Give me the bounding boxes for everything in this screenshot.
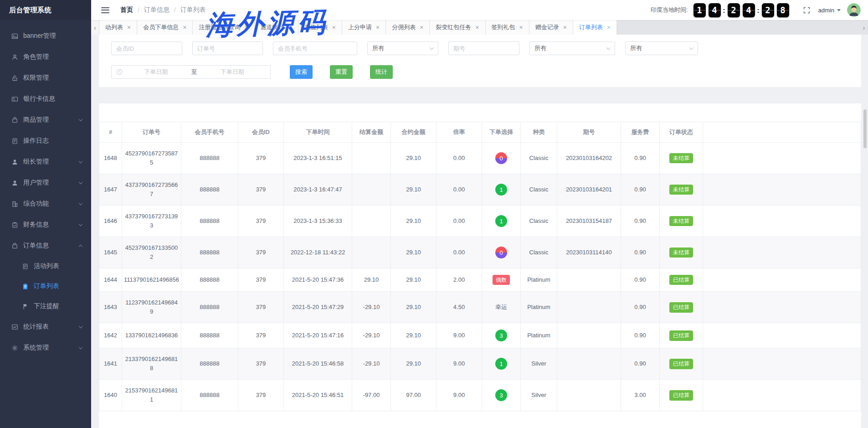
cell-fee: 0.90 [621,268,660,292]
tab-充值列表[interactable]: 充值列表× [298,20,342,35]
close-icon[interactable]: × [519,24,523,31]
tab-裂变红包任务[interactable]: 裂变红包任务× [430,20,485,35]
tab-scroll-left-icon[interactable]: ‹ [91,20,99,35]
tab-动列表[interactable]: 动列表× [99,20,137,35]
cell-filler [703,237,861,268]
tab-上分申请[interactable]: 上分申请× [342,20,386,35]
close-icon[interactable]: × [244,24,248,31]
filter-select-2[interactable]: 所有 [529,41,615,55]
scrollbar-thumb[interactable] [863,109,867,148]
sidebar-item-leaders[interactable]: 组长管理 [0,151,91,172]
phone-input[interactable] [273,41,357,55]
cell-fee: 0.90 [621,323,660,348]
sidebar: 后台管理系统 banner管理 角色管理 权限管理 银行卡信息 商品管理 操作日… [0,0,91,428]
sidebar-item-system[interactable]: 系统管理 [0,337,91,358]
tab-订单列表[interactable]: 订单列表× [573,20,617,35]
column-header: # [99,122,122,143]
close-icon[interactable]: × [127,24,131,31]
tab-注册验证码查询[interactable]: 注册验证码查询× [193,20,254,35]
sidebar-item-users[interactable]: 用户管理 [0,172,91,193]
sidebar-item-orders[interactable]: 订单信息 [0,235,91,256]
order-no-input[interactable] [192,41,263,55]
cell-filler [703,143,861,174]
cell-period [557,268,621,292]
tab-label: 动列表 [105,23,123,31]
member-id-input[interactable] [111,41,182,55]
tab-分佣列表[interactable]: 分佣列表× [386,20,430,35]
cell-member-id: 379 [238,143,284,174]
cell-period [557,292,621,323]
cell-time: 2021-5-20 15:47:29 [284,292,352,323]
stats-button[interactable]: 统计 [370,65,393,79]
cell-contract-amount: 29.10 [391,237,437,268]
close-icon[interactable]: × [475,24,479,31]
date-range-picker[interactable]: 下单日期 至 下单日期 [111,65,271,79]
close-icon[interactable]: × [563,24,567,31]
cell-period [557,380,621,411]
column-header: 下单选择 [482,122,521,143]
cell-settle-amount: -29.10 [352,348,391,380]
chevron-down-icon [606,45,611,50]
status-badge: 未结算 [669,185,693,195]
filter-select-1[interactable]: 所有 [367,41,438,55]
menu-toggle-icon[interactable] [101,7,109,13]
avatar[interactable] [847,3,861,17]
sidebar-item-bank-cards[interactable]: 银行卡信息 [0,88,91,109]
sidebar-item-finance[interactable]: 财务信息 [0,214,91,235]
cell-fee: 0.90 [621,292,660,323]
sidebar-item-permissions[interactable]: 权限管理 [0,67,91,88]
cell-order-no: 1337901621496836 [122,323,181,348]
sidebar-item-banner[interactable]: banner管理 [0,26,91,46]
status-badge: 已结算 [669,390,693,400]
cell-fee: 3.00 [621,380,660,411]
close-icon[interactable]: × [288,24,292,31]
cell-period: 20230103114140 [557,237,621,268]
period-input[interactable] [448,41,519,55]
sidebar-item-roles[interactable]: 角色管理 [0,46,91,67]
close-icon[interactable]: × [607,24,611,31]
document-icon [11,138,18,144]
breadcrumb-order-info[interactable]: 订单信息 [144,6,169,14]
sidebar-item-functions[interactable]: 综合功能 [0,193,91,214]
close-icon[interactable]: × [420,24,423,31]
sidebar-item-logs[interactable]: 操作日志 [0,130,91,151]
cell-settle-amount: -29.10 [352,323,391,348]
tab-scroll-right-icon[interactable]: › [860,20,868,35]
table-row: 1644111379016214968568888883792021-5-20 … [99,268,861,292]
sidebar-item-activity-list[interactable]: 活动列表 [0,256,91,276]
tab-赠金记录[interactable]: 赠金记录× [529,20,573,35]
sidebar-item-products[interactable]: 商品管理 [0,109,91,130]
column-header: 期号 [557,122,621,143]
tab-签到礼包[interactable]: 签到礼包× [486,20,529,35]
reset-button[interactable]: 重置 [330,65,353,79]
tab-通道统计[interactable]: 通道统计× [255,20,298,35]
cell-index: 1643 [99,292,122,323]
tab-会员下单信息[interactable]: 会员下单信息× [137,20,193,35]
cell-status: 已结算 [660,348,703,380]
cell-status: 未结算 [660,143,703,174]
fullscreen-icon[interactable] [803,7,810,14]
shopping-bag-icon [11,117,18,124]
date-to-label: 至 [190,68,199,76]
sidebar-item-bet-reminder[interactable]: 下注提醒 [0,296,91,316]
sidebar-item-order-list[interactable]: 订单列表 [0,276,91,296]
filter-select-3[interactable]: 所有 [625,41,698,55]
clock-digit: 4 [743,3,755,17]
cell-settle-amount: 29.10 [352,268,391,292]
cell-choice: 3 [482,323,521,348]
user-menu[interactable]: admin [818,7,841,14]
close-icon[interactable]: × [183,24,186,31]
cell-category: Classic [521,206,557,237]
cell-phone: 888888 [181,206,238,237]
close-icon[interactable]: × [332,24,336,31]
breadcrumb-order-list[interactable]: 订单列表 [180,6,206,14]
column-header: 订单号 [122,122,181,143]
chevron-down-icon [430,45,434,50]
column-header: 服务费 [621,122,660,143]
breadcrumb-home[interactable]: 首页 [120,6,133,14]
cell-contract-amount: 29.10 [391,268,437,292]
close-icon[interactable]: × [376,24,380,31]
cell-order-no: 11137901621496856 [122,268,181,292]
sidebar-item-reports[interactable]: 统计报表 [0,316,91,337]
search-button[interactable]: 搜索 [290,65,313,79]
